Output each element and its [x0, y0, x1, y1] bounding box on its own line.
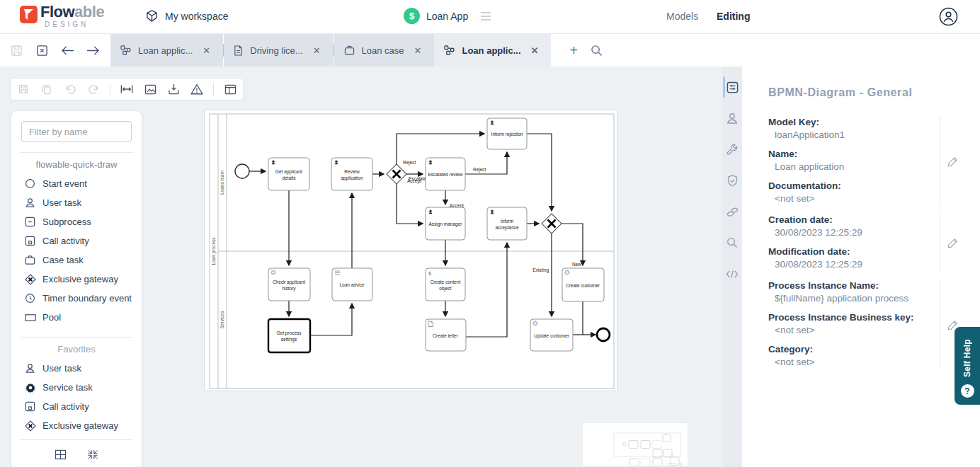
- start-event-icon: [24, 178, 36, 190]
- exclusive-gateway-icon: [24, 273, 36, 285]
- close-tab-icon[interactable]: [34, 42, 50, 58]
- nav-back-icon[interactable]: [59, 42, 75, 58]
- field-model-key: Model Key: loanApplication1: [768, 116, 931, 142]
- svg-text:Check applicant: Check applicant: [273, 279, 305, 285]
- task-review-application: [331, 158, 372, 190]
- svg-text:Get applicant: Get applicant: [275, 169, 302, 175]
- palette-item-exclusive-gateway[interactable]: Exclusive gateway: [11, 270, 142, 289]
- svg-text:settings: settings: [281, 337, 297, 342]
- tab-driving-licence[interactable]: Driving lice... ✕: [224, 34, 333, 67]
- palette-item-start-event[interactable]: Start event: [11, 174, 142, 193]
- call-activity-icon: [24, 235, 36, 247]
- details-panel-icon[interactable]: [223, 82, 237, 96]
- field-process-instance-name: Process Instance Name: ${fullName} appli…: [768, 279, 931, 305]
- question-bubble-icon: ?: [961, 384, 974, 398]
- copy-icon[interactable]: [40, 82, 54, 96]
- svg-text:Inform rejection: Inform rejection: [491, 132, 523, 137]
- app-header: Flowable DESIGN My workspace $ Loan App …: [0, 0, 980, 34]
- svg-text:Escalate: Escalate: [409, 176, 426, 181]
- bpmn-model-icon: [120, 45, 131, 55]
- field-documentation: Documentation: <not set>: [768, 180, 931, 205]
- workspace-selector[interactable]: My workspace: [145, 9, 228, 23]
- rail-general-settings-icon[interactable]: [722, 79, 742, 95]
- call-activity-icon: [24, 400, 36, 413]
- field-process-instance-business-key: Process Instance Business key: <not set>: [768, 311, 931, 337]
- svg-text:Create customer: Create customer: [566, 283, 600, 288]
- task-inform-acceptance: [487, 207, 527, 240]
- palette-filter-input[interactable]: [21, 121, 132, 142]
- task-shapes[interactable]: [268, 118, 604, 352]
- image-export-icon[interactable]: [143, 82, 157, 96]
- app-switcher[interactable]: $ Loan App: [404, 8, 491, 24]
- end-event[interactable]: [597, 328, 610, 341]
- properties-icon-rail: [722, 67, 742, 467]
- svg-text:object: object: [439, 286, 452, 292]
- bpmn-canvas[interactable]: Loan process Loans team Services: [204, 110, 617, 391]
- rail-advanced-wrench-icon[interactable]: [722, 142, 742, 157]
- svg-text:Review: Review: [344, 169, 360, 174]
- palette-item-case-task[interactable]: Case task: [11, 250, 142, 270]
- svg-text:details: details: [283, 175, 297, 180]
- palette-item-timer-boundary-event[interactable]: Timer boundary event: [11, 289, 142, 308]
- palette-grid-view-icon[interactable]: [53, 447, 67, 461]
- field-creation-date: Creation date: 30/08/2023 12:25:29: [768, 214, 931, 239]
- tab-bar: Loan applic... ✕ Driving lice... ✕ Loan …: [0, 34, 980, 67]
- tab-close-icon[interactable]: ✕: [411, 44, 425, 57]
- save-icon[interactable]: [16, 82, 30, 96]
- nav-forward-icon[interactable]: [85, 42, 101, 58]
- gateway-review-decision[interactable]: [387, 164, 406, 184]
- search-tabs-icon[interactable]: [591, 45, 603, 57]
- undo-icon[interactable]: [63, 82, 77, 96]
- rail-validation-shield-icon[interactable]: [722, 173, 742, 188]
- tab-loan-case[interactable]: Loan case ✕: [334, 34, 435, 67]
- palette-fav-exclusive-gateway[interactable]: Exclusive gateway: [11, 416, 142, 435]
- case-model-icon: [344, 45, 355, 55]
- download-icon[interactable]: [166, 82, 181, 96]
- validate-warning-icon[interactable]: [190, 82, 204, 96]
- redo-icon[interactable]: [86, 82, 101, 96]
- property-group-dates: Creation date: 30/08/2023 12:25:29 Modif…: [768, 214, 964, 272]
- gateway-customer-decision[interactable]: [542, 214, 562, 233]
- palette-section-title: flowable-quick-draw: [11, 153, 142, 173]
- lane-label-loans-team: Loans team: [220, 171, 224, 195]
- app-menu-icon[interactable]: [480, 11, 491, 21]
- rail-assignment-icon[interactable]: [722, 110, 742, 126]
- palette-fav-user-task[interactable]: User task: [11, 359, 142, 378]
- rail-links-icon[interactable]: [722, 204, 742, 219]
- palette-item-pool[interactable]: Pool: [11, 308, 142, 327]
- svg-text:Assign manager: Assign manager: [429, 221, 463, 227]
- canvas-minimap[interactable]: [582, 422, 688, 467]
- palette-fav-call-activity[interactable]: Call activity: [11, 397, 142, 416]
- self-help-button[interactable]: Self Help ?: [955, 327, 980, 405]
- rail-search-icon[interactable]: [722, 235, 742, 250]
- edit-pencil-icon[interactable]: [940, 238, 964, 248]
- new-tab-icon[interactable]: +: [569, 42, 578, 59]
- tab-loan-application-1[interactable]: Loan applic... ✕: [110, 34, 223, 67]
- save-tab-icon[interactable]: [8, 42, 24, 58]
- subprocess-icon: [24, 216, 36, 228]
- edit-pencil-icon[interactable]: [940, 156, 964, 167]
- tab-close-icon[interactable]: ✕: [310, 44, 324, 57]
- tab-close-icon[interactable]: ✕: [200, 44, 213, 57]
- palette-item-user-task[interactable]: User task: [11, 193, 142, 212]
- nav-models-link[interactable]: Models: [666, 11, 698, 22]
- fit-width-icon[interactable]: [120, 82, 134, 96]
- tab-close-icon[interactable]: ✕: [528, 44, 542, 57]
- palette-collapse-icon[interactable]: [86, 447, 100, 461]
- tab-loan-application-2-active[interactable]: Loan applic... ✕: [434, 34, 551, 67]
- svg-text:Inform: Inform: [501, 219, 513, 224]
- user-task-icon: [24, 197, 36, 209]
- lane-label-services: Services: [220, 311, 224, 329]
- palette-fav-service-task[interactable]: Service task: [11, 378, 142, 397]
- brand-subtitle: DESIGN: [45, 21, 104, 28]
- brand-name: Flowable: [40, 4, 104, 20]
- palette-item-subprocess[interactable]: Subprocess: [11, 212, 142, 231]
- nav-editing-link[interactable]: Editing: [717, 11, 750, 22]
- palette-item-call-activity[interactable]: Call activity: [11, 231, 142, 250]
- field-category: Category: <not set>: [768, 343, 931, 369]
- start-event[interactable]: [235, 164, 249, 178]
- workspace-cube-icon: [145, 9, 159, 23]
- user-avatar-icon[interactable]: [939, 7, 958, 26]
- svg-text:history: history: [282, 286, 296, 292]
- rail-code-icon[interactable]: [722, 266, 742, 282]
